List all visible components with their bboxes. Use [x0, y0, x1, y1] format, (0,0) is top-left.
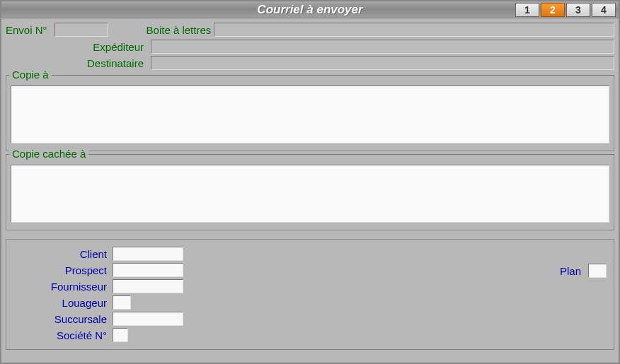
- tab-1[interactable]: 1: [515, 3, 539, 17]
- copie-a-legend: Copie à: [9, 69, 52, 81]
- client-label: Client: [13, 248, 113, 260]
- louageur-label: Louageur: [13, 297, 113, 309]
- succursale-row: Succursale: [13, 312, 183, 326]
- louageur-input[interactable]: [113, 295, 131, 310]
- tab-buttons: 1 2 3 4: [515, 3, 616, 17]
- prospect-row: Prospect: [13, 263, 183, 277]
- succursale-label: Succursale: [13, 313, 113, 325]
- top-row: Envoi N° Boite à lettres: [6, 23, 614, 37]
- lower-panel: Client Prospect Fournisseur Louageur Suc…: [6, 239, 614, 350]
- societe-input[interactable]: [113, 328, 128, 342]
- title-bar: Courriel à envoyer 1 2 3 4: [1, 1, 619, 18]
- tab-2[interactable]: 2: [541, 3, 565, 17]
- destinataire-input[interactable]: [151, 56, 614, 70]
- copie-cachee-legend: Copie cachée à: [9, 148, 88, 160]
- prospect-label: Prospect: [13, 264, 113, 276]
- mailbox-input[interactable]: [214, 23, 614, 37]
- expediteur-input[interactable]: [151, 40, 614, 54]
- destinataire-label: Destinataire: [6, 57, 151, 69]
- expediteur-row: Expéditeur: [6, 40, 614, 54]
- client-row: Client: [13, 247, 183, 261]
- client-input[interactable]: [113, 247, 183, 261]
- societe-row: Société N°: [13, 328, 183, 342]
- mailbox-label: Boite à lettres: [147, 24, 212, 36]
- plan-row: Plan: [560, 264, 607, 278]
- copie-a-fieldset: Copie à: [6, 75, 614, 151]
- plan-label: Plan: [560, 265, 588, 277]
- plan-input[interactable]: [588, 264, 607, 278]
- expediteur-label: Expéditeur: [6, 41, 151, 53]
- window-title: Courriel à envoyer: [257, 3, 362, 17]
- envoi-input[interactable]: [54, 23, 108, 37]
- fournisseur-row: Fournisseur: [13, 279, 183, 293]
- content-area: Envoi N° Boite à lettres Expéditeur Dest…: [1, 18, 619, 363]
- prospect-input[interactable]: [113, 263, 183, 277]
- email-send-window: Courriel à envoyer 1 2 3 4 Envoi N° Boit…: [0, 0, 620, 364]
- louageur-row: Louageur: [13, 295, 183, 310]
- left-fields: Client Prospect Fournisseur Louageur Suc…: [13, 247, 183, 342]
- envoi-label: Envoi N°: [6, 24, 47, 36]
- tab-4[interactable]: 4: [592, 3, 616, 17]
- copie-cachee-fieldset: Copie cachée à: [6, 154, 614, 230]
- succursale-input[interactable]: [113, 312, 183, 326]
- copie-a-textarea[interactable]: [11, 86, 609, 143]
- copie-cachee-textarea[interactable]: [11, 165, 609, 223]
- destinataire-row: Destinataire: [6, 56, 614, 70]
- fournisseur-label: Fournisseur: [13, 281, 113, 293]
- fournisseur-input[interactable]: [113, 279, 183, 293]
- societe-label: Société N°: [13, 329, 113, 341]
- tab-3[interactable]: 3: [566, 3, 590, 17]
